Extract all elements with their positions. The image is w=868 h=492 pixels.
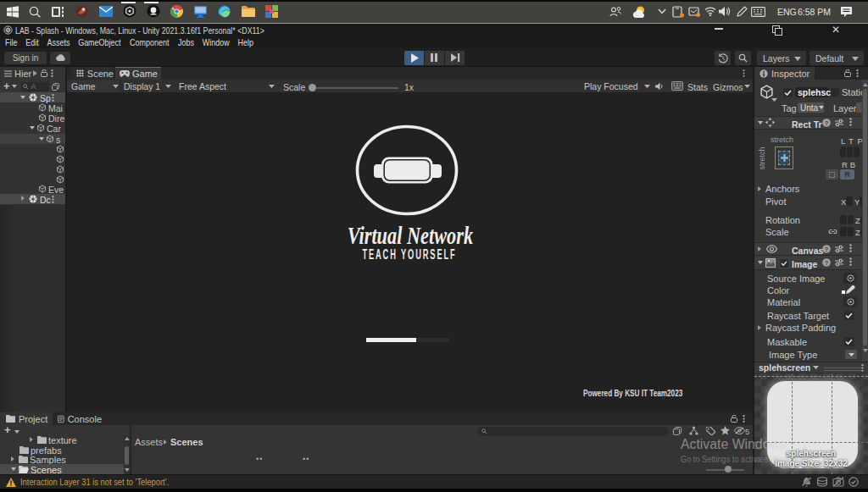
- svg-text:?: ?: [825, 259, 829, 267]
- svg-text:?: ?: [825, 246, 829, 253]
- svg-text:?: ?: [825, 119, 829, 127]
